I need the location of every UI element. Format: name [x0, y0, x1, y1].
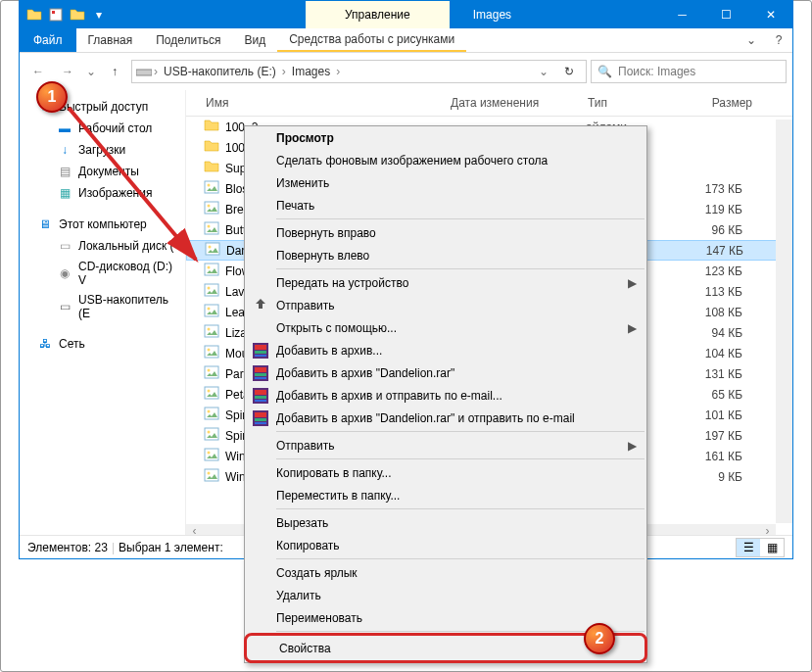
- window-title: Images: [450, 8, 511, 22]
- nav-drive-d[interactable]: ◉CD-дисковод (D:) V: [20, 257, 185, 290]
- col-date[interactable]: Дата изменения: [445, 94, 582, 112]
- menu-item[interactable]: Вырезать: [245, 511, 646, 534]
- nav-drive-e[interactable]: ▭USB-накопитель (E: [20, 290, 185, 323]
- svg-rect-34: [255, 345, 266, 350]
- menu-item[interactable]: Добавить в архив "Dandelion.rar": [245, 361, 646, 384]
- view-details-button[interactable]: ☰: [737, 539, 760, 556]
- menu-item[interactable]: Повернуть влево: [245, 244, 646, 266]
- back-button[interactable]: ←: [25, 59, 51, 84]
- svg-rect-23: [205, 387, 218, 399]
- svg-point-6: [208, 205, 211, 208]
- menu-item[interactable]: Изменить: [245, 171, 646, 194]
- context-menu: ПросмотрСделать фоновым изображением раб…: [244, 125, 647, 663]
- menu-item[interactable]: Печать: [245, 194, 646, 216]
- menu-item[interactable]: Копировать в папку...: [245, 461, 646, 484]
- address-segment[interactable]: USB-накопитель (E:): [160, 65, 280, 78]
- nav-drive-c[interactable]: ▭Локальный диск (: [20, 235, 185, 257]
- nav-downloads[interactable]: ↓Загрузки: [20, 139, 185, 161]
- file-size: 94 КБ: [684, 326, 762, 340]
- status-count: Элементов: 23: [27, 541, 108, 554]
- qat-dropdown-icon[interactable]: ▾: [88, 4, 110, 25]
- menu-item[interactable]: Открыть с помощью...▶: [245, 316, 646, 339]
- chevron-right-icon[interactable]: ›: [282, 65, 286, 78]
- maximize-button[interactable]: ☐: [704, 1, 748, 28]
- col-name[interactable]: Имя: [200, 94, 445, 112]
- chevron-right-icon[interactable]: ›: [336, 65, 340, 78]
- tab-view[interactable]: Вид: [232, 28, 277, 52]
- vertical-scrollbar[interactable]: [776, 120, 792, 523]
- tab-home[interactable]: Главная: [76, 28, 145, 52]
- menu-item[interactable]: Переименовать: [245, 606, 646, 629]
- menu-item[interactable]: Отправить▶: [245, 434, 646, 456]
- search-icon: 🔍: [597, 65, 612, 78]
- search-input[interactable]: 🔍 Поиск: Images: [591, 60, 787, 83]
- properties-icon[interactable]: [45, 4, 67, 25]
- menu-item[interactable]: Просмотр: [245, 126, 646, 149]
- svg-rect-35: [255, 351, 266, 354]
- menu-item-label: Вырезать: [276, 516, 328, 530]
- nav-documents[interactable]: ▤Документы: [20, 161, 185, 182]
- menu-item-label: Переместить в папку...: [276, 489, 400, 503]
- navigation-pane[interactable]: ★Быстрый доступ ▬Рабочий стол ↓Загрузки …: [20, 90, 186, 541]
- image-icon: [204, 385, 219, 404]
- svg-rect-19: [205, 346, 218, 358]
- file-tab[interactable]: Файл: [20, 28, 76, 52]
- menu-item-label: Удалить: [276, 589, 321, 602]
- menu-item[interactable]: Сделать фоновым изображением рабочего ст…: [245, 149, 646, 171]
- drive-icon: [136, 64, 152, 79]
- svg-rect-47: [255, 418, 266, 421]
- menu-item-label: Просмотр: [276, 131, 334, 145]
- menu-item[interactable]: Создать ярлык: [245, 561, 646, 584]
- image-icon: [204, 282, 219, 301]
- svg-rect-29: [205, 449, 218, 460]
- menu-item[interactable]: Передать на устройство▶: [245, 271, 646, 294]
- new-folder-icon[interactable]: [67, 4, 88, 25]
- this-pc[interactable]: 🖥Этот компьютер: [20, 214, 185, 235]
- file-size: 197 КБ: [684, 429, 762, 443]
- up-button[interactable]: ↑: [102, 59, 127, 84]
- image-icon: [204, 447, 219, 465]
- col-type[interactable]: Тип: [582, 94, 680, 112]
- close-button[interactable]: ✕: [748, 1, 792, 28]
- menu-item[interactable]: Добавить в архив и отправить по e-mail..…: [245, 384, 646, 407]
- rar-icon: [251, 408, 270, 428]
- nav-network[interactable]: 🖧Сеть: [20, 333, 185, 355]
- ribbon-help-icon[interactable]: ?: [765, 28, 792, 52]
- menu-item-label: Копировать в папку...: [276, 466, 392, 480]
- menu-item-label: Добавить в архив "Dandelion.rar": [276, 366, 454, 380]
- chevron-right-icon[interactable]: ›: [154, 65, 158, 78]
- address-bar[interactable]: › USB-накопитель (E:) › Images › ⌄ ↻: [131, 60, 587, 83]
- menu-item[interactable]: Отправить: [245, 294, 646, 316]
- image-icon: [204, 323, 219, 342]
- menu-item[interactable]: Повернуть вправо: [245, 221, 646, 244]
- nav-pictures[interactable]: ▦Изображения: [20, 182, 185, 204]
- view-icons-button[interactable]: ▦: [760, 539, 784, 556]
- image-icon: [204, 344, 219, 362]
- ribbon-expand-icon[interactable]: ⌄: [738, 28, 765, 52]
- svg-rect-27: [205, 428, 218, 440]
- menu-item[interactable]: Удалить: [245, 584, 646, 606]
- recent-dropdown[interactable]: ⌄: [84, 59, 98, 84]
- menu-item[interactable]: Переместить в папку...: [245, 484, 646, 506]
- file-size: 104 КБ: [684, 347, 762, 360]
- minimize-button[interactable]: ─: [660, 1, 704, 28]
- svg-point-32: [208, 472, 211, 475]
- menu-item[interactable]: Добавить в архив "Dandelion.rar" и отпра…: [245, 407, 646, 429]
- documents-icon: ▤: [57, 164, 72, 179]
- menu-item[interactable]: Копировать: [245, 534, 646, 556]
- tab-share[interactable]: Поделиться: [144, 28, 232, 52]
- svg-rect-42: [255, 390, 266, 395]
- address-segment[interactable]: Images: [288, 65, 334, 78]
- menu-item[interactable]: Добавить в архив...: [245, 339, 646, 361]
- col-size[interactable]: Размер: [680, 94, 758, 112]
- refresh-icon[interactable]: ↻: [556, 59, 582, 84]
- file-size: 108 КБ: [684, 306, 762, 319]
- tab-picture-tools[interactable]: Средства работы с рисунками: [277, 28, 466, 52]
- forward-button[interactable]: →: [55, 59, 80, 84]
- nav-desktop[interactable]: ▬Рабочий стол: [20, 118, 185, 139]
- submenu-arrow-icon: ▶: [628, 321, 637, 335]
- drive-icon: ▭: [57, 238, 72, 254]
- column-headers[interactable]: Имя Дата изменения Тип Размер: [186, 90, 792, 117]
- address-dropdown-icon[interactable]: ⌄: [531, 59, 556, 84]
- ribbon-tabs: Файл Главная Поделиться Вид Средства раб…: [20, 28, 792, 53]
